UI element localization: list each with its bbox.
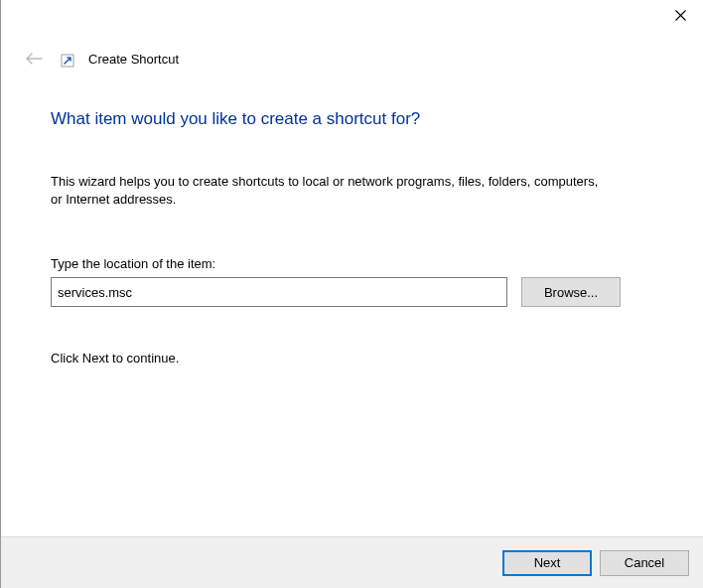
wizard-name: Create Shortcut: [88, 52, 179, 67]
titlebar: [657, 0, 703, 40]
close-icon: [675, 10, 686, 21]
next-button[interactable]: Next: [502, 550, 592, 576]
cancel-button[interactable]: Cancel: [600, 550, 689, 576]
continue-text: Click Next to continue.: [51, 351, 643, 366]
location-input[interactable]: [51, 277, 507, 307]
shortcut-icon: [61, 54, 74, 68]
header-row: Create Shortcut: [25, 50, 179, 68]
input-row: Browse...: [51, 277, 643, 307]
footer: Next Cancel: [1, 536, 703, 588]
close-button[interactable]: [657, 0, 703, 30]
description-text: This wizard helps you to create shortcut…: [51, 173, 607, 209]
input-label: Type the location of the item:: [51, 256, 643, 271]
browse-button[interactable]: Browse...: [521, 277, 621, 307]
page-heading: What item would you like to create a sho…: [51, 109, 643, 129]
back-arrow-icon: [25, 52, 43, 66]
content-area: What item would you like to create a sho…: [51, 109, 643, 366]
